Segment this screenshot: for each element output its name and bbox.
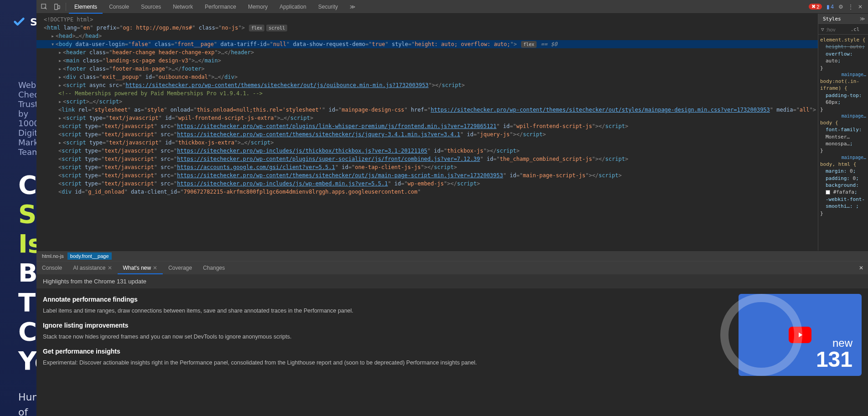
drawer-tabs: Console AI assistance ✕ What's new ✕ Cov… [36, 262, 868, 274]
elements-tree[interactable]: <!DOCTYPE html><html lang="en" prefix="o… [36, 14, 818, 251]
drawer-tab-ai[interactable]: AI assistance ✕ [67, 262, 117, 274]
website-viewport: Sitechecker Book a demo Get started Webs… [0, 0, 36, 416]
styles-rules[interactable]: element.style {height: auto;overflow: au… [818, 35, 868, 251]
tab-sources[interactable]: Sources [135, 0, 166, 14]
drawer-tab-console[interactable]: Console [36, 262, 67, 274]
error-badge[interactable]: ✖ 2 [809, 4, 822, 10]
tab-security[interactable]: Security [313, 0, 343, 14]
crumb-html[interactable]: html.no-js [39, 252, 67, 260]
brand-logo[interactable]: Sitechecker [13, 15, 36, 28]
drawer-tab-coverage[interactable]: Coverage [163, 262, 197, 274]
inspect-icon[interactable] [38, 1, 50, 13]
styles-panel: Styles≫ ▽ .cl element.style {height: aut… [818, 14, 868, 251]
kebab-icon[interactable]: ⋮ [848, 4, 853, 10]
tab-memory[interactable]: Memory [243, 0, 273, 14]
device-icon[interactable] [51, 1, 63, 13]
tab-more[interactable]: ≫ [344, 0, 361, 14]
tab-console[interactable]: Console [103, 0, 134, 14]
drawer: Console AI assistance ✕ What's new ✕ Cov… [36, 261, 868, 416]
gear-icon[interactable]: ⚙ [838, 4, 843, 10]
svg-rect-1 [55, 4, 58, 10]
video-thumbnail[interactable]: new131 [739, 294, 862, 376]
hero-section: Website Checker Trusted by 1000+ Digital… [0, 44, 36, 416]
drawer-tab-changes[interactable]: Changes [197, 262, 230, 274]
close-icon[interactable]: ✕ [858, 4, 863, 10]
svg-rect-2 [58, 5, 60, 9]
drawer-tab-whatsnew[interactable]: What's new ✕ [118, 262, 163, 274]
dom-breadcrumb: html.no-js body.front__page [36, 251, 868, 261]
tab-network[interactable]: Network [167, 0, 198, 14]
styles-tab[interactable]: Styles [818, 14, 846, 24]
filter-input[interactable] [826, 27, 849, 32]
tab-performance[interactable]: Performance [199, 0, 242, 14]
warn-badge[interactable]: ▮4 [827, 4, 834, 10]
filter-icon[interactable]: ▽ [821, 26, 824, 32]
whatsnew-banner: Highlights from the Chrome 131 update [36, 274, 868, 288]
styles-filter: ▽ .cl [818, 25, 868, 35]
brand-text: Sitechecker [30, 16, 36, 28]
tab-elements[interactable]: Elements [69, 0, 103, 14]
tab-application[interactable]: Application [274, 0, 312, 14]
check-icon [13, 15, 26, 28]
drawer-close-icon[interactable]: ✕ [854, 265, 868, 271]
devtools-tabs: Elements Console Sources Network Perform… [36, 0, 868, 14]
devtools-panel: Elements Console Sources Network Perform… [36, 0, 868, 416]
crumb-body[interactable]: body.front__page [67, 252, 112, 260]
whatsnew-panel: Highlights from the Chrome 131 update An… [36, 274, 868, 416]
site-header: Sitechecker Book a demo Get started [0, 0, 36, 44]
